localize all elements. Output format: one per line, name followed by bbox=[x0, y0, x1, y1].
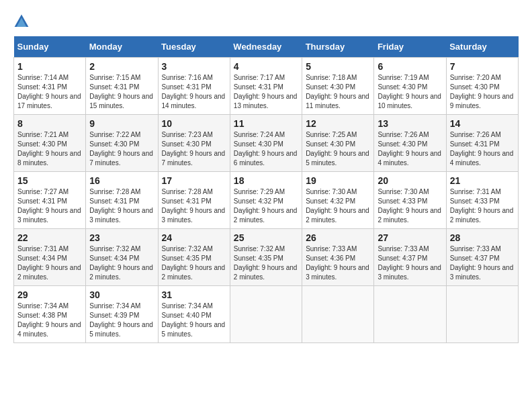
day-number: 30 bbox=[89, 289, 154, 300]
day-number: 11 bbox=[234, 118, 298, 129]
calendar-cell: 10 Sunrise: 7:23 AM Sunset: 4:30 PM Dayl… bbox=[158, 115, 230, 172]
calendar-cell bbox=[374, 286, 446, 343]
day-info: Sunrise: 7:24 AM Sunset: 4:30 PM Dayligh… bbox=[234, 130, 298, 168]
day-number: 19 bbox=[306, 175, 370, 186]
calendar-cell: 21 Sunrise: 7:31 AM Sunset: 4:33 PM Dayl… bbox=[446, 172, 518, 229]
calendar-cell: 3 Sunrise: 7:16 AM Sunset: 4:31 PM Dayli… bbox=[158, 58, 230, 115]
day-number: 12 bbox=[306, 118, 370, 129]
calendar-cell: 17 Sunrise: 7:28 AM Sunset: 4:31 PM Dayl… bbox=[158, 172, 230, 229]
day-number: 7 bbox=[450, 61, 515, 72]
calendar-cell: 29 Sunrise: 7:34 AM Sunset: 4:38 PM Dayl… bbox=[14, 286, 86, 343]
day-number: 16 bbox=[89, 175, 154, 186]
calendar-cell: 27 Sunrise: 7:33 AM Sunset: 4:37 PM Dayl… bbox=[374, 229, 446, 286]
day-number: 13 bbox=[378, 118, 442, 129]
day-info: Sunrise: 7:19 AM Sunset: 4:30 PM Dayligh… bbox=[378, 73, 442, 111]
day-info: Sunrise: 7:34 AM Sunset: 4:39 PM Dayligh… bbox=[89, 302, 154, 339]
day-number: 9 bbox=[89, 118, 154, 129]
day-number: 28 bbox=[450, 232, 515, 243]
day-info: Sunrise: 7:25 AM Sunset: 4:30 PM Dayligh… bbox=[306, 130, 370, 168]
day-info: Sunrise: 7:31 AM Sunset: 4:34 PM Dayligh… bbox=[17, 244, 82, 282]
calendar-cell: 7 Sunrise: 7:20 AM Sunset: 4:30 PM Dayli… bbox=[446, 58, 518, 115]
day-number: 20 bbox=[378, 175, 442, 186]
day-number: 1 bbox=[17, 61, 82, 72]
day-info: Sunrise: 7:33 AM Sunset: 4:37 PM Dayligh… bbox=[378, 244, 442, 282]
day-number: 22 bbox=[17, 232, 82, 243]
day-number: 24 bbox=[162, 232, 226, 243]
day-info: Sunrise: 7:21 AM Sunset: 4:30 PM Dayligh… bbox=[17, 130, 82, 168]
day-info: Sunrise: 7:22 AM Sunset: 4:30 PM Dayligh… bbox=[89, 130, 154, 168]
day-number: 21 bbox=[450, 175, 515, 186]
col-header-thursday: Thursday bbox=[302, 36, 374, 58]
calendar-cell: 12 Sunrise: 7:25 AM Sunset: 4:30 PM Dayl… bbox=[302, 115, 374, 172]
day-info: Sunrise: 7:32 AM Sunset: 4:35 PM Dayligh… bbox=[162, 244, 226, 282]
day-number: 29 bbox=[17, 289, 82, 300]
day-info: Sunrise: 7:23 AM Sunset: 4:30 PM Dayligh… bbox=[162, 130, 226, 168]
col-header-sunday: Sunday bbox=[14, 36, 86, 58]
calendar-cell: 5 Sunrise: 7:18 AM Sunset: 4:30 PM Dayli… bbox=[302, 58, 374, 115]
calendar-cell: 26 Sunrise: 7:33 AM Sunset: 4:36 PM Dayl… bbox=[302, 229, 374, 286]
day-number: 25 bbox=[234, 232, 298, 243]
col-header-wednesday: Wednesday bbox=[230, 36, 302, 58]
calendar-cell: 23 Sunrise: 7:32 AM Sunset: 4:34 PM Dayl… bbox=[86, 229, 158, 286]
calendar-table: SundayMondayTuesdayWednesdayThursdayFrid… bbox=[13, 36, 519, 343]
day-number: 4 bbox=[234, 61, 298, 72]
day-info: Sunrise: 7:16 AM Sunset: 4:31 PM Dayligh… bbox=[162, 73, 226, 111]
day-info: Sunrise: 7:33 AM Sunset: 4:37 PM Dayligh… bbox=[450, 244, 515, 282]
day-number: 8 bbox=[17, 118, 82, 129]
calendar-cell: 24 Sunrise: 7:32 AM Sunset: 4:35 PM Dayl… bbox=[158, 229, 230, 286]
col-header-saturday: Saturday bbox=[446, 36, 518, 58]
calendar-cell: 14 Sunrise: 7:26 AM Sunset: 4:31 PM Dayl… bbox=[446, 115, 518, 172]
day-info: Sunrise: 7:32 AM Sunset: 4:34 PM Dayligh… bbox=[89, 244, 154, 282]
calendar-cell: 16 Sunrise: 7:28 AM Sunset: 4:31 PM Dayl… bbox=[86, 172, 158, 229]
day-info: Sunrise: 7:28 AM Sunset: 4:31 PM Dayligh… bbox=[89, 187, 154, 225]
day-number: 15 bbox=[17, 175, 82, 186]
day-info: Sunrise: 7:31 AM Sunset: 4:33 PM Dayligh… bbox=[450, 187, 515, 225]
day-info: Sunrise: 7:14 AM Sunset: 4:31 PM Dayligh… bbox=[17, 73, 82, 111]
day-number: 26 bbox=[306, 232, 370, 243]
day-info: Sunrise: 7:15 AM Sunset: 4:31 PM Dayligh… bbox=[89, 73, 154, 111]
col-header-friday: Friday bbox=[374, 36, 446, 58]
calendar-cell: 22 Sunrise: 7:31 AM Sunset: 4:34 PM Dayl… bbox=[14, 229, 86, 286]
calendar-cell bbox=[446, 286, 518, 343]
calendar-cell: 30 Sunrise: 7:34 AM Sunset: 4:39 PM Dayl… bbox=[86, 286, 158, 343]
calendar-cell: 18 Sunrise: 7:29 AM Sunset: 4:32 PM Dayl… bbox=[230, 172, 302, 229]
day-number: 10 bbox=[162, 118, 226, 129]
calendar-cell: 6 Sunrise: 7:19 AM Sunset: 4:30 PM Dayli… bbox=[374, 58, 446, 115]
logo-icon bbox=[13, 13, 30, 30]
day-number: 17 bbox=[162, 175, 226, 186]
day-info: Sunrise: 7:29 AM Sunset: 4:32 PM Dayligh… bbox=[234, 187, 298, 225]
day-number: 14 bbox=[450, 118, 515, 129]
day-info: Sunrise: 7:30 AM Sunset: 4:32 PM Dayligh… bbox=[306, 187, 370, 225]
calendar-cell bbox=[230, 286, 302, 343]
logo bbox=[13, 13, 31, 30]
day-number: 6 bbox=[378, 61, 442, 72]
calendar-cell: 2 Sunrise: 7:15 AM Sunset: 4:31 PM Dayli… bbox=[86, 58, 158, 115]
day-info: Sunrise: 7:26 AM Sunset: 4:30 PM Dayligh… bbox=[378, 130, 442, 168]
day-info: Sunrise: 7:34 AM Sunset: 4:38 PM Dayligh… bbox=[17, 302, 82, 339]
calendar-cell: 13 Sunrise: 7:26 AM Sunset: 4:30 PM Dayl… bbox=[374, 115, 446, 172]
calendar-cell: 25 Sunrise: 7:32 AM Sunset: 4:35 PM Dayl… bbox=[230, 229, 302, 286]
day-info: Sunrise: 7:28 AM Sunset: 4:31 PM Dayligh… bbox=[162, 187, 226, 225]
day-info: Sunrise: 7:27 AM Sunset: 4:31 PM Dayligh… bbox=[17, 187, 82, 225]
calendar-cell: 9 Sunrise: 7:22 AM Sunset: 4:30 PM Dayli… bbox=[86, 115, 158, 172]
day-info: Sunrise: 7:17 AM Sunset: 4:31 PM Dayligh… bbox=[234, 73, 298, 111]
calendar-cell bbox=[302, 286, 374, 343]
day-number: 27 bbox=[378, 232, 442, 243]
day-number: 18 bbox=[234, 175, 298, 186]
day-info: Sunrise: 7:18 AM Sunset: 4:30 PM Dayligh… bbox=[306, 73, 370, 111]
day-info: Sunrise: 7:32 AM Sunset: 4:35 PM Dayligh… bbox=[234, 244, 298, 282]
calendar-cell: 11 Sunrise: 7:24 AM Sunset: 4:30 PM Dayl… bbox=[230, 115, 302, 172]
calendar-cell: 20 Sunrise: 7:30 AM Sunset: 4:33 PM Dayl… bbox=[374, 172, 446, 229]
day-number: 31 bbox=[162, 289, 226, 300]
day-number: 3 bbox=[162, 61, 226, 72]
day-info: Sunrise: 7:30 AM Sunset: 4:33 PM Dayligh… bbox=[378, 187, 442, 225]
day-info: Sunrise: 7:34 AM Sunset: 4:40 PM Dayligh… bbox=[162, 302, 226, 339]
calendar-cell: 4 Sunrise: 7:17 AM Sunset: 4:31 PM Dayli… bbox=[230, 58, 302, 115]
calendar-cell: 1 Sunrise: 7:14 AM Sunset: 4:31 PM Dayli… bbox=[14, 58, 86, 115]
calendar-cell: 15 Sunrise: 7:27 AM Sunset: 4:31 PM Dayl… bbox=[14, 172, 86, 229]
day-number: 5 bbox=[306, 61, 370, 72]
col-header-monday: Monday bbox=[86, 36, 158, 58]
day-number: 23 bbox=[89, 232, 154, 243]
calendar-cell: 28 Sunrise: 7:33 AM Sunset: 4:37 PM Dayl… bbox=[446, 229, 518, 286]
calendar-cell: 19 Sunrise: 7:30 AM Sunset: 4:32 PM Dayl… bbox=[302, 172, 374, 229]
